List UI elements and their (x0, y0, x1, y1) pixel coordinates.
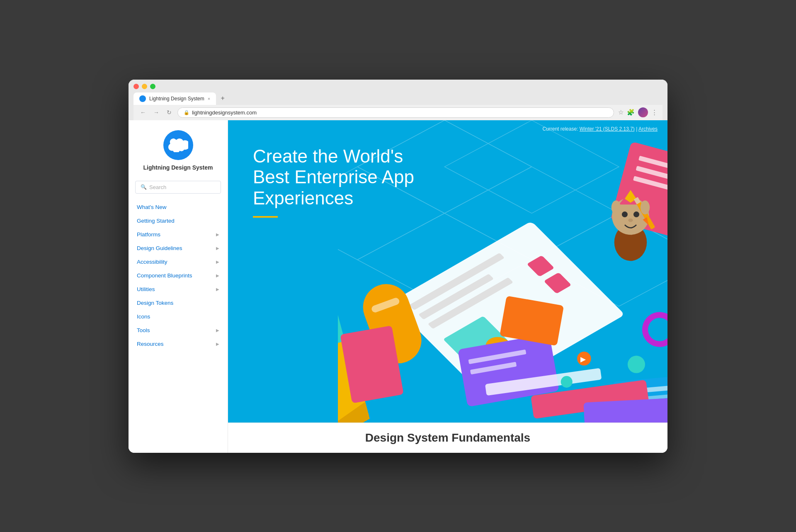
sidebar-item-label: Platforms (137, 231, 160, 238)
sidebar-item-accessibility[interactable]: Accessibility ▶ (129, 255, 228, 269)
new-tab-button[interactable]: + (217, 92, 228, 104)
traffic-lights (133, 84, 663, 89)
sidebar-item-tools[interactable]: Tools ▶ (129, 323, 228, 337)
close-button[interactable] (133, 84, 139, 89)
search-icon: 🔍 (141, 184, 147, 190)
bookmark-button[interactable]: ☆ (618, 109, 624, 116)
sidebar-nav: What's New Getting Started Platforms ▶ D… (129, 200, 228, 354)
address-bar[interactable]: 🔒 lightningdesignsystem.com (177, 107, 614, 118)
forward-button[interactable]: → (152, 108, 161, 117)
salesforce-logo[interactable] (163, 130, 193, 160)
sidebar-item-component-blueprints[interactable]: Component Blueprints ▶ (129, 269, 228, 282)
svg-text:▶: ▶ (580, 355, 586, 363)
chevron-right-icon: ▶ (216, 232, 219, 237)
sidebar-item-utilities[interactable]: Utilities ▶ (129, 282, 228, 296)
chevron-right-icon: ▶ (216, 260, 219, 264)
sidebar-item-icons[interactable]: Icons (129, 310, 228, 323)
main-content: Current release: Winter '21 (SLDS 2.13.7… (228, 120, 667, 453)
sidebar-item-platforms[interactable]: Platforms ▶ (129, 228, 228, 241)
bottom-title: Design System Fundamentals (253, 431, 643, 445)
svg-point-35 (643, 313, 667, 346)
hero-headline: Create the World's Best Enterprise App E… (253, 146, 460, 209)
sidebar-item-label: Design Tokens (137, 300, 173, 306)
browser-chrome: Lightning Design System × + ← → ↻ 🔒 ligh… (129, 80, 667, 120)
browser-window: Lightning Design System × + ← → ↻ 🔒 ligh… (129, 80, 667, 453)
search-placeholder: Search (149, 184, 166, 190)
tab-close-button[interactable]: × (208, 96, 210, 101)
sidebar-item-label: What's New (137, 204, 167, 210)
hero-banner: Current release: Winter '21 (SLDS 2.13.7… (228, 120, 667, 423)
sidebar-item-getting-started[interactable]: Getting Started (129, 214, 228, 228)
address-bar-row: ← → ↻ 🔒 lightningdesignsystem.com ☆ 🧩 ⋮ (133, 105, 663, 120)
tab-bar: Lightning Design System × + (133, 92, 663, 105)
sidebar-item-design-guidelines[interactable]: Design Guidelines ▶ (129, 241, 228, 255)
active-tab[interactable]: Lightning Design System × (133, 92, 216, 105)
sidebar-item-label: Tools (137, 327, 150, 333)
back-button[interactable]: ← (138, 108, 148, 117)
lock-icon: 🔒 (184, 110, 189, 115)
sidebar-item-label: Utilities (137, 286, 155, 292)
sidebar-item-whats-new[interactable]: What's New (129, 200, 228, 214)
toolbar-right: ☆ 🧩 ⋮ (618, 107, 658, 117)
hero-divider (253, 216, 278, 218)
browser-content: Lightning Design System 🔍 Search What's … (129, 120, 667, 453)
chevron-right-icon: ▶ (216, 342, 219, 346)
hero-content: Create the World's Best Enterprise App E… (228, 138, 667, 231)
sidebar: Lightning Design System 🔍 Search What's … (129, 120, 228, 453)
refresh-button[interactable]: ↻ (165, 108, 173, 117)
sidebar-item-label: Getting Started (137, 218, 175, 224)
url-text: lightningdesignsystem.com (192, 109, 257, 116)
logo-area: Lightning Design System (129, 120, 228, 177)
sidebar-item-design-tokens[interactable]: Design Tokens (129, 296, 228, 310)
menu-button[interactable]: ⋮ (651, 109, 658, 116)
user-avatar[interactable] (638, 107, 648, 117)
svg-point-60 (561, 376, 573, 387)
chevron-right-icon: ▶ (216, 328, 219, 333)
chevron-right-icon: ▶ (216, 246, 219, 250)
sidebar-item-resources[interactable]: Resources ▶ (129, 337, 228, 351)
maximize-button[interactable] (150, 84, 155, 89)
tab-title: Lightning Design System (149, 96, 204, 102)
chevron-right-icon: ▶ (216, 273, 219, 278)
minimize-button[interactable] (142, 84, 147, 89)
sidebar-item-label: Design Guidelines (137, 245, 182, 251)
svg-point-36 (628, 355, 645, 373)
sidebar-title: Lightning Design System (143, 164, 213, 171)
sidebar-item-label: Resources (137, 341, 164, 347)
sidebar-item-label: Accessibility (137, 259, 167, 265)
search-box[interactable]: 🔍 Search (135, 181, 221, 194)
tab-favicon (139, 95, 146, 102)
sidebar-item-label: Icons (137, 313, 150, 320)
extensions-button[interactable]: 🧩 (627, 109, 635, 116)
bottom-section: Design System Fundamentals (228, 423, 667, 453)
chevron-right-icon: ▶ (216, 287, 219, 292)
sidebar-item-label: Component Blueprints (137, 272, 192, 279)
